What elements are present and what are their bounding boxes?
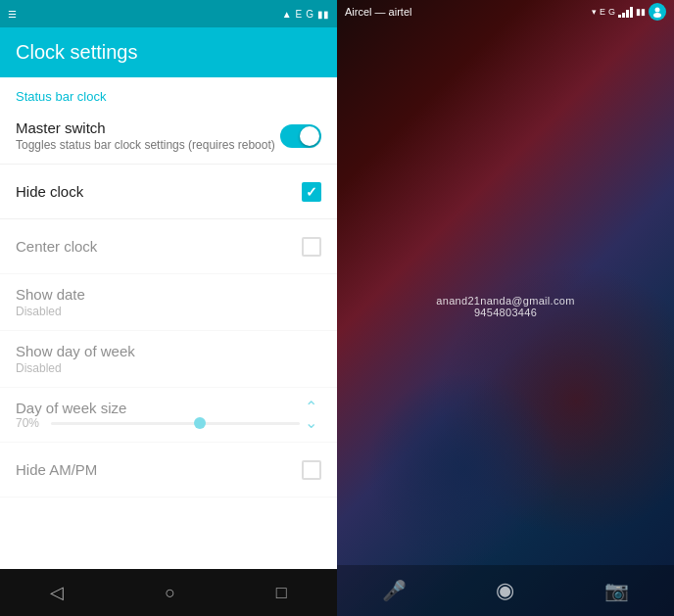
center-clock-title: Center clock <box>16 238 302 255</box>
day-size-stepper[interactable]: ⌃ ⌄ <box>300 401 321 430</box>
back-button[interactable]: ◁ <box>50 582 64 603</box>
show-day-title: Show day of week <box>16 343 321 359</box>
day-size-text: Day of week size 70% <box>16 400 300 430</box>
show-day-text: Show day of week Disabled <box>16 343 321 375</box>
bar3 <box>626 10 629 18</box>
hide-clock-checkbox[interactable] <box>302 182 321 202</box>
carrier-text: Aircel — airtel <box>345 6 411 18</box>
hide-ampm-checkbox[interactable] <box>302 460 321 480</box>
right-panel: Aircel — airtel ▾ E G ▮▮ anand21nanda@gm… <box>337 0 674 616</box>
bar2 <box>622 13 625 18</box>
hide-clock-title: Hide clock <box>16 183 302 200</box>
stepper-down-icon[interactable]: ⌄ <box>300 416 321 430</box>
home-button[interactable]: ○ <box>165 583 175 603</box>
status-icons-right: ▾ E G ▮▮ <box>592 3 666 21</box>
status-bar-left: ☰ ▲ E G ▮▮ <box>0 0 337 27</box>
nav-bar-left: ◁ ○ □ <box>0 569 337 616</box>
master-switch-text: Master switch Toggles status bar clock s… <box>16 119 280 152</box>
mic-icon[interactable]: 🎤 <box>382 579 407 602</box>
header: Clock settings <box>0 27 337 77</box>
svg-point-1 <box>653 13 661 18</box>
day-size-title: Day of week size <box>16 400 300 416</box>
hide-clock-item[interactable]: Hide clock <box>0 165 337 219</box>
day-size-slider-row: 70% <box>16 416 300 430</box>
center-clock-item[interactable]: Center clock <box>0 219 337 274</box>
battery-icon: ▮▮ <box>317 9 329 20</box>
g-icon: G <box>608 7 615 17</box>
e-icon: E <box>600 7 605 17</box>
bar4 <box>630 7 633 18</box>
signal-icon: ▲ <box>282 9 292 20</box>
signal-bars <box>618 6 633 18</box>
hide-ampm-item[interactable]: Hide AM/PM <box>0 443 337 498</box>
show-date-text: Show date Disabled <box>16 286 321 318</box>
camera-icon[interactable]: 📷 <box>604 579 629 602</box>
stepper-up-icon[interactable]: ⌃ <box>300 401 321 414</box>
svg-point-0 <box>655 8 660 13</box>
show-day-subtitle: Disabled <box>16 361 321 375</box>
menu-icon: ☰ <box>8 9 17 20</box>
slider-track[interactable] <box>51 422 300 425</box>
show-date-item[interactable]: Show date Disabled <box>0 274 337 331</box>
lock-email: anand21nanda@gmail.com 9454803446 <box>421 294 590 317</box>
hide-ampm-text: Hide AM/PM <box>16 461 302 478</box>
section-label: Status bar clock <box>0 77 337 108</box>
avatar-icon <box>651 6 663 18</box>
wifi-icon-r: ▾ <box>592 7 597 17</box>
master-switch-item[interactable]: Master switch Toggles status bar clock s… <box>0 108 337 165</box>
show-date-subtitle: Disabled <box>16 305 321 318</box>
avatar <box>649 3 666 21</box>
bottom-bar-right: 🎤 ◉ 📷 <box>337 565 674 616</box>
battery-icon-r: ▮▮ <box>636 7 646 17</box>
hide-clock-text: Hide clock <box>16 183 302 200</box>
mobile-icon: G <box>306 9 313 20</box>
lock-info: anand21nanda@gmail.com 9454803446 <box>421 294 590 317</box>
hide-ampm-title: Hide AM/PM <box>16 461 302 478</box>
show-date-title: Show date <box>16 286 321 303</box>
slider-thumb[interactable] <box>194 417 206 429</box>
left-panel: ☰ ▲ E G ▮▮ Clock settings Status bar clo… <box>0 0 337 616</box>
status-bar-right: Aircel — airtel ▾ E G ▮▮ <box>337 0 674 24</box>
day-size-item[interactable]: Day of week size 70% ⌃ ⌄ <box>0 388 337 443</box>
master-switch-title: Master switch <box>16 119 280 136</box>
master-switch-subtitle: Toggles status bar clock settings (requi… <box>16 138 280 152</box>
center-clock-text: Center clock <box>16 238 302 255</box>
settings-content: Status bar clock Master switch Toggles s… <box>0 77 337 569</box>
bar1 <box>618 15 621 18</box>
slider-value: 70% <box>16 416 43 430</box>
blob2 <box>366 371 562 567</box>
fingerprint-icon[interactable]: ◉ <box>496 578 514 603</box>
page-title: Clock settings <box>16 41 321 64</box>
master-switch-toggle[interactable] <box>280 124 321 148</box>
wifi-icon: E <box>296 9 303 20</box>
show-day-item[interactable]: Show day of week Disabled <box>0 331 337 388</box>
recent-button[interactable]: □ <box>276 583 287 603</box>
center-clock-checkbox[interactable] <box>302 237 321 257</box>
